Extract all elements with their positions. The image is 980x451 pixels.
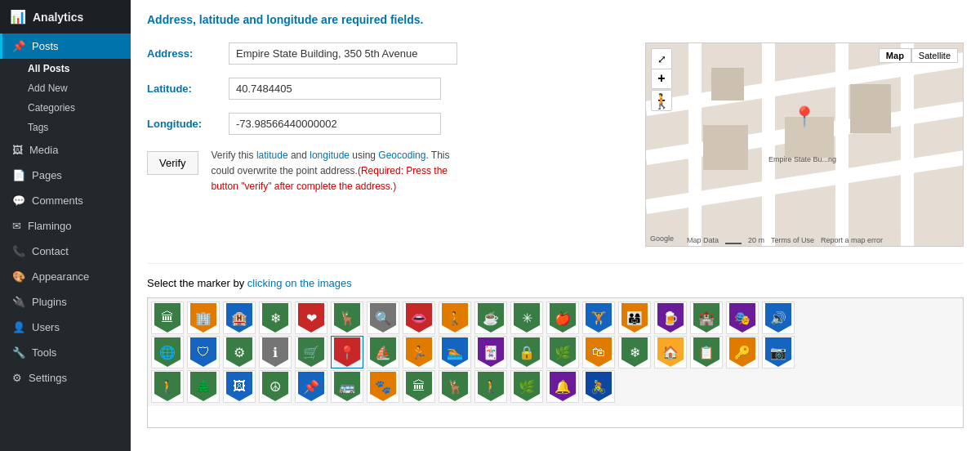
marker-27[interactable]: 🏊 — [439, 336, 471, 368]
marker-29[interactable]: 🔒 — [510, 336, 543, 368]
marker-44[interactable]: 🏛 — [403, 370, 435, 403]
marker-12[interactable]: 🍎 — [546, 301, 579, 334]
sidebar-item-contact[interactable]: 📞 Contact — [0, 239, 131, 264]
longitude-row: Longitude: — [147, 113, 629, 135]
marker-8[interactable]: 👄 — [403, 301, 435, 334]
plugins-label: Plugins — [32, 296, 67, 308]
svg-rect-11 — [703, 125, 748, 170]
map-tab-satellite[interactable]: Satellite — [911, 48, 958, 63]
comments-label: Comments — [32, 194, 83, 207]
geocoding-link[interactable]: Geocoding — [378, 150, 425, 161]
marker-22[interactable]: ℹ — [259, 336, 292, 368]
sidebar-item-posts[interactable]: 📌 Posts — [0, 33, 131, 59]
marker-title-blue: clicking on the images — [247, 277, 352, 289]
marker-7[interactable]: 🔍 — [367, 301, 399, 334]
marker-9[interactable]: 🚶 — [439, 301, 471, 334]
map-fullscreen-btn[interactable]: ⤢ — [651, 48, 672, 69]
marker-39[interactable]: 🖼 — [223, 370, 256, 403]
main-content: Address, latitude and longitude are requ… — [131, 0, 980, 451]
marker-37[interactable]: 🚶 — [151, 370, 184, 403]
sidebar-item-media[interactable]: 🖼 Media — [0, 137, 131, 163]
marker-49[interactable]: 🚴 — [582, 370, 615, 403]
marker-25[interactable]: ⛵ — [367, 336, 399, 368]
marker-45[interactable]: 🦌 — [439, 370, 471, 403]
address-label: Address: — [147, 47, 229, 60]
marker-5[interactable]: ❤ — [295, 301, 327, 334]
comments-icon: 💬 — [12, 194, 25, 207]
marker-40[interactable]: ☮ — [259, 370, 292, 403]
marker-13[interactable]: 🏋 — [582, 301, 615, 334]
sidebar-item-appearance[interactable]: 🎨 Appearance — [0, 264, 131, 289]
marker-23[interactable]: 🛒 — [295, 336, 327, 368]
users-icon: 👤 — [12, 321, 25, 333]
sidebar-item-users[interactable]: 👤 Users — [0, 315, 131, 340]
marker-38[interactable]: 🌲 — [187, 370, 220, 403]
marker-2[interactable]: 🏢 — [187, 301, 220, 334]
marker-28[interactable]: 🃏 — [474, 336, 507, 368]
marker-19[interactable]: 🌐 — [151, 336, 184, 368]
latitude-link[interactable]: latitude — [256, 150, 288, 161]
sidebar-item-comments[interactable]: 💬 Comments — [0, 188, 131, 213]
sidebar-subitem-add-new[interactable]: Add New — [0, 78, 131, 98]
marker-46[interactable]: 🚶 — [474, 370, 507, 403]
categories-label: Categories — [28, 102, 75, 114]
marker-15[interactable]: 🍺 — [654, 301, 687, 334]
svg-text:Empire State Bu...ng: Empire State Bu...ng — [768, 155, 836, 163]
sidebar: 📊 Analytics 📌 Posts All Posts Add New Ca… — [0, 0, 131, 451]
flamingo-icon: ✉ — [12, 220, 21, 232]
flamingo-label: Flamingo — [28, 220, 71, 232]
marker-33[interactable]: 🏠 — [654, 336, 687, 368]
required-notice: Address, latitude and longitude are requ… — [147, 13, 964, 26]
sidebar-item-tools[interactable]: 🔧 Tools — [0, 340, 131, 365]
marker-34[interactable]: 📋 — [690, 336, 723, 368]
marker-26[interactable]: 🏃 — [403, 336, 435, 368]
sidebar-item-settings[interactable]: ⚙ Settings — [0, 365, 131, 391]
sidebar-subitem-all-posts[interactable]: All Posts — [0, 59, 131, 78]
map-section: Empire State Bu...ng Google Map Satellit… — [645, 42, 964, 247]
marker-36[interactable]: 📷 — [762, 336, 795, 368]
marker-11[interactable]: ✳ — [510, 301, 543, 334]
verify-button[interactable]: Verify — [147, 151, 198, 175]
marker-17[interactable]: 🎭 — [726, 301, 759, 334]
address-input[interactable] — [229, 42, 457, 65]
marker-47[interactable]: 🌿 — [510, 370, 543, 403]
marker-16[interactable]: 🏰 — [690, 301, 723, 334]
marker-1[interactable]: 🏛 — [151, 301, 184, 334]
sidebar-item-flamingo[interactable]: ✉ Flamingo — [0, 213, 131, 239]
contact-icon: 📞 — [12, 245, 25, 257]
users-label: Users — [32, 321, 60, 333]
sidebar-subitem-tags[interactable]: Tags — [0, 118, 131, 137]
terms-of-use-link[interactable]: Terms of Use — [771, 236, 814, 244]
longitude-input[interactable] — [229, 113, 441, 135]
marker-6[interactable]: 🦌 — [331, 301, 363, 334]
marker-24[interactable]: 📍 — [331, 336, 363, 368]
marker-42[interactable]: 🚌 — [331, 370, 363, 403]
analytics-menu-item[interactable]: 📊 Analytics — [0, 0, 131, 33]
marker-32[interactable]: ❄ — [618, 336, 651, 368]
marker-35[interactable]: 🔑 — [726, 336, 759, 368]
verify-section: Verify Verify this latitude and longitud… — [147, 148, 629, 195]
map-zoom-in[interactable]: + — [651, 68, 672, 89]
map-tab-map[interactable]: Map — [879, 48, 911, 63]
sidebar-item-pages[interactable]: 📄 Pages — [0, 163, 131, 188]
posts-icon: 📌 — [12, 40, 25, 52]
marker-4[interactable]: ❄ — [259, 301, 292, 334]
marker-20[interactable]: 🛡 — [187, 336, 220, 368]
marker-10[interactable]: ☕ — [474, 301, 507, 334]
report-map-error-link[interactable]: Report a map error — [821, 236, 883, 244]
sidebar-subitem-categories[interactable]: Categories — [0, 98, 131, 118]
longitude-link[interactable]: longitude — [310, 150, 350, 161]
marker-18[interactable]: 🔊 — [762, 301, 795, 334]
marker-3[interactable]: 🏨 — [223, 301, 256, 334]
marker-43[interactable]: 🐾 — [367, 370, 399, 403]
marker-14[interactable]: 👨‍👩‍👧 — [618, 301, 651, 334]
marker-21[interactable]: ⚙ — [223, 336, 256, 368]
marker-30[interactable]: 🌿 — [546, 336, 579, 368]
marker-48[interactable]: 🔔 — [546, 370, 579, 403]
map-container[interactable]: Empire State Bu...ng Google Map Satellit… — [645, 42, 964, 247]
marker-31[interactable]: 🛍 — [582, 336, 615, 368]
marker-grid-wrapper[interactable]: 🏛 🏢 🏨 ❄ ❤ 🦌 🔍 👄 🚶 ☕ ✳ 🍎 🏋 👨‍👩‍👧 🍺 🏰 🎭 🔊 — [147, 297, 964, 428]
latitude-input[interactable] — [229, 78, 441, 100]
marker-41[interactable]: 📌 — [295, 370, 327, 403]
sidebar-item-plugins[interactable]: 🔌 Plugins — [0, 289, 131, 315]
